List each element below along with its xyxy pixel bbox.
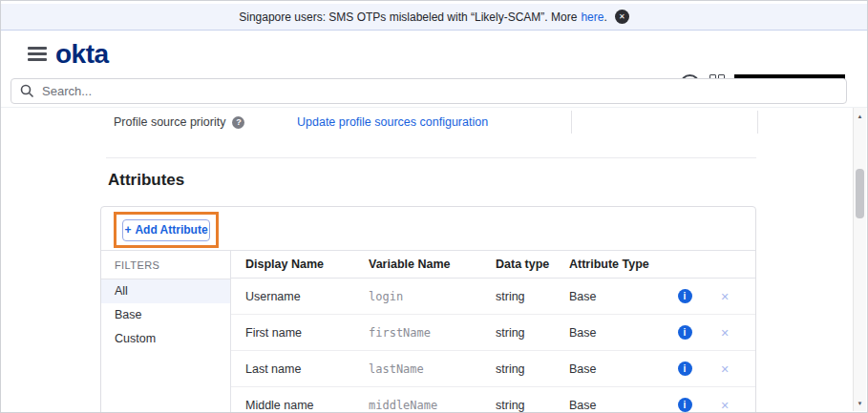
cell-display-name: Last name: [231, 362, 369, 376]
add-attribute-button[interactable]: + Add Attribute: [122, 219, 210, 241]
table-row: Middle name middleName string Base i ✕: [231, 387, 755, 412]
cell-variable-name: firstName: [369, 326, 496, 340]
cell-attribute-type: Base: [569, 399, 665, 412]
highlight-box: + Add Attribute: [114, 212, 219, 248]
attributes-title: Attributes: [108, 171, 184, 190]
remove-icon[interactable]: ✕: [720, 400, 729, 411]
cell-data-type: string: [496, 290, 569, 303]
table-row: First name firstName string Base i ✕: [231, 315, 755, 351]
hamburger-menu-icon[interactable]: [28, 47, 47, 64]
column-header-attribute-type: Attribute Type: [569, 258, 665, 271]
table-header-row: Display Name Variable Name Data type Att…: [231, 251, 755, 279]
banner-text: Singapore users: SMS OTPs mislabeled wit…: [239, 10, 577, 24]
remove-icon[interactable]: ✕: [720, 327, 729, 339]
add-attribute-label: Add Attribute: [135, 223, 207, 237]
cell-attribute-type: Base: [569, 290, 665, 303]
filters-heading: FILTERS: [101, 251, 230, 279]
table-row: Last name lastName string Base i ✕: [231, 351, 755, 387]
attributes-panel: + Add Attribute FILTERS All Base Custom …: [100, 206, 756, 412]
main-content: Profile source priority ? Update profile…: [1, 107, 867, 412]
help-tooltip-icon[interactable]: ?: [232, 116, 244, 129]
section-divider: [106, 157, 756, 158]
cell-data-type: string: [496, 362, 569, 376]
global-search: [11, 78, 847, 104]
column-header-display-name: Display Name: [231, 258, 369, 271]
info-icon[interactable]: i: [678, 361, 692, 376]
filter-item-all[interactable]: All: [101, 279, 230, 303]
profile-source-priority-label: Profile source priority: [114, 115, 225, 129]
filters-sidebar: FILTERS All Base Custom: [101, 251, 231, 412]
search-input[interactable]: [11, 78, 847, 104]
remove-icon[interactable]: ✕: [720, 291, 729, 302]
cell-display-name: Username: [231, 290, 369, 303]
cell-attribute-type: Base: [569, 326, 665, 340]
info-icon[interactable]: i: [678, 398, 692, 412]
cell-variable-name: login: [369, 290, 496, 303]
cell-data-type: string: [496, 399, 569, 412]
column-header-variable-name: Variable Name: [369, 258, 496, 271]
plus-icon: +: [124, 223, 131, 237]
table-row: Username login string Base i ✕: [231, 279, 755, 315]
filter-item-base[interactable]: Base: [101, 303, 230, 327]
scroll-up-icon[interactable]: ▲: [854, 110, 866, 122]
column-header-data-type: Data type: [496, 258, 569, 271]
cell-variable-name: lastName: [369, 362, 496, 376]
okta-logo[interactable]: okta: [55, 41, 109, 68]
info-icon[interactable]: i: [678, 325, 692, 340]
banner-text-suffix: .: [603, 10, 606, 24]
app-header: okta ?: [1, 31, 867, 75]
update-profile-sources-link[interactable]: Update profile sources configuration: [297, 111, 488, 134]
scrollbar-thumb[interactable]: [856, 169, 864, 218]
profile-source-priority-row: Profile source priority ? Update profile…: [100, 111, 758, 134]
cell-attribute-type: Base: [569, 362, 665, 376]
banner-link[interactable]: here: [581, 10, 603, 24]
remove-icon[interactable]: ✕: [720, 363, 729, 375]
vertical-scrollbar[interactable]: ▲ ▼: [853, 108, 866, 411]
info-icon[interactable]: i: [678, 289, 692, 303]
panel-toolbar: + Add Attribute: [101, 207, 755, 250]
cell-data-type: string: [496, 326, 569, 340]
column-divider: [571, 111, 572, 134]
attributes-table: Display Name Variable Name Data type Att…: [231, 251, 755, 412]
panel-body: FILTERS All Base Custom Display Name Var…: [101, 250, 755, 412]
filter-item-custom[interactable]: Custom: [101, 327, 230, 351]
banner-close-icon[interactable]: ✕: [615, 10, 629, 24]
cell-display-name: Middle name: [231, 399, 369, 412]
cell-display-name: First name: [231, 326, 369, 340]
scroll-down-icon[interactable]: ▼: [854, 397, 866, 409]
okta-admin-window: Singapore users: SMS OTPs mislabeled wit…: [0, 0, 868, 413]
cell-variable-name: middleName: [369, 399, 496, 412]
notification-banner: Singapore users: SMS OTPs mislabeled wit…: [1, 4, 867, 31]
